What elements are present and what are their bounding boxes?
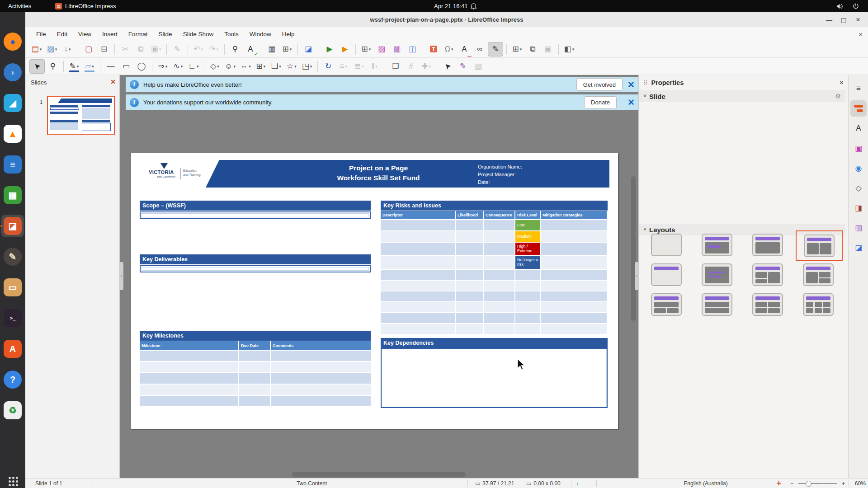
menu-window[interactable]: Window — [244, 31, 277, 38]
layout-option-title-4-content[interactable] — [745, 290, 790, 319]
notification-close-icon[interactable]: ✕ — [627, 97, 635, 108]
basic-shapes-button[interactable]: ◇▾ — [208, 60, 222, 73]
language-status[interactable]: English (Australia) — [636, 479, 776, 488]
layout-option-title-content-2content[interactable] — [796, 260, 841, 289]
sidebar-tab-slide-transition-icon[interactable]: ◨ — [850, 200, 867, 216]
sidebar-tab-menu-icon[interactable]: ≡ — [850, 80, 867, 97]
save-button[interactable]: ↓▾ — [60, 42, 75, 56]
delete-slide-button[interactable]: ▣ — [541, 42, 555, 56]
flowchart-button[interactable]: ⊞▾ — [254, 60, 268, 73]
volume-icon[interactable] — [836, 0, 843, 12]
find-and-replace-button[interactable]: ⚲ — [228, 42, 242, 56]
insert-hyperlink-button[interactable]: ∞ — [472, 42, 487, 56]
fill-color-button[interactable]: ▱▾ — [82, 60, 97, 73]
milestones-section-header[interactable]: Key Milestones — [140, 331, 371, 341]
gear-icon[interactable]: ⚙ — [835, 93, 841, 100]
insert-chart-button[interactable]: ◫ — [405, 42, 420, 56]
dependencies-text-box[interactable] — [381, 348, 608, 408]
maximize-button[interactable]: ▢ — [838, 14, 849, 25]
export-pdf-button[interactable]: ▢ — [81, 42, 96, 56]
insert-line-button[interactable]: — — [104, 60, 118, 73]
dependencies-section-header[interactable]: Key Dependencies — [381, 338, 608, 348]
zoom-slider-track[interactable] — [798, 483, 837, 484]
cut-button[interactable]: ✂ — [118, 42, 132, 56]
slide-section-bar[interactable]: ˅ Slide ⚙ — [639, 90, 845, 102]
insert-image-button[interactable]: ▨ — [374, 42, 389, 56]
layout-option-title-2content-content[interactable] — [745, 260, 790, 289]
sidebar-collapse-handle-right[interactable]: › — [635, 262, 638, 290]
fontwork-button[interactable]: A‿ — [457, 42, 472, 56]
dock-libreoffice-impress[interactable]: ◪ — [4, 217, 22, 235]
sidebar-tab-animation-icon[interactable]: ▥ — [850, 220, 867, 236]
menu-slide-show[interactable]: Slide Show — [178, 31, 219, 38]
rectangle-button[interactable]: ▭ — [119, 60, 133, 73]
dock-libreoffice-calc[interactable]: ▦ — [4, 186, 22, 204]
sidebar-tab-properties-icon[interactable] — [850, 100, 867, 117]
sidebar-tab-gallery-icon[interactable]: ▣ — [850, 140, 867, 156]
show-draw-functions-button[interactable]: ✎ — [488, 42, 503, 56]
horizontal-scrollbar[interactable] — [292, 472, 466, 477]
slides-panel-close-icon[interactable]: ✕ — [110, 78, 116, 85]
dock-help[interactable]: ? — [4, 371, 22, 389]
activities-button[interactable]: Activities — [8, 0, 31, 12]
copy-button[interactable]: ⧉ — [133, 42, 148, 56]
shadow-button[interactable]: ❒ — [388, 60, 403, 73]
ellipse-button[interactable]: ◯ — [134, 60, 149, 73]
duplicate-slide-button[interactable]: ⧉ — [525, 42, 540, 56]
insert-text-box-button[interactable]: T — [426, 42, 441, 56]
layout-option-title-only[interactable] — [644, 260, 689, 289]
clone-formatting-button[interactable]: ✎ — [170, 42, 184, 56]
stars-and-banners-button[interactable]: ☆▾ — [284, 60, 299, 73]
menu-edit[interactable]: Edit — [52, 31, 73, 38]
donate-button[interactable]: Donate — [584, 96, 617, 109]
select-button[interactable]: ➤ — [29, 59, 45, 74]
callout-shapes-button[interactable]: ❏▾ — [269, 60, 283, 73]
sidebar-tab-styles-icon[interactable]: A — [850, 120, 867, 136]
spelling-button[interactable]: A✓ — [243, 42, 258, 56]
lines-and-arrows-button[interactable]: ⇒▾ — [156, 60, 170, 73]
dock-vlc[interactable]: ▲ — [4, 125, 22, 143]
start-from-first-slide-button[interactable]: ▶ — [322, 42, 337, 56]
sidebar-tab-master-slides-icon[interactable]: ◪ — [850, 239, 867, 256]
focused-app-indicator[interactable]: ▤ LibreOffice Impress — [55, 0, 116, 12]
undo-button[interactable]: ↶▾ — [191, 42, 206, 56]
image-filter-button[interactable]: ✚▾ — [419, 60, 434, 73]
sidebar-collapse-handle-left[interactable]: ‹ — [120, 262, 123, 290]
scope-text-box[interactable] — [140, 211, 371, 219]
close-button[interactable]: × — [853, 14, 863, 25]
line-color-button[interactable]: ✎▾ — [67, 60, 81, 73]
slide-page[interactable]: VICTORIA State Government Education and … — [130, 153, 618, 429]
display-views-button[interactable]: ⊞▾ — [280, 42, 294, 56]
align-objects-button[interactable]: ≡▾ — [336, 60, 351, 73]
menu-view[interactable]: View — [73, 31, 97, 38]
symbol-shapes-button[interactable]: ☺▾ — [223, 60, 237, 73]
notification-close-icon[interactable]: ✕ — [627, 80, 635, 90]
deliverables-section-header[interactable]: Key Deliverables — [140, 254, 371, 264]
show-applications-button[interactable] — [9, 477, 18, 486]
block-arrows-button[interactable]: ⇔▾ — [238, 60, 253, 73]
dock-thunderbird[interactable]: ◗ — [4, 63, 22, 81]
document-close-icon[interactable]: × — [859, 27, 863, 41]
edit-canvas[interactable]: i Help us make LibreOffice even better! … — [120, 75, 638, 478]
scope-section-header[interactable]: Scope – (WSSF) — [140, 201, 371, 211]
3d-objects-button[interactable]: ◳▾ — [300, 60, 314, 73]
dock-files[interactable]: ▭ — [4, 278, 22, 296]
redo-button[interactable]: ↷▾ — [207, 42, 221, 56]
zoom-slider-thumb[interactable] — [806, 481, 811, 487]
insert-table-button[interactable]: ⊞▾ — [359, 42, 373, 56]
layout-option-title-content-over-2[interactable] — [644, 290, 689, 319]
crop-image-button[interactable]: # — [404, 60, 418, 73]
get-involved-button[interactable]: Get involved — [576, 78, 623, 91]
master-slide-button[interactable]: ◪ — [301, 42, 316, 56]
minimize-button[interactable]: — — [824, 14, 835, 25]
dock-firefox[interactable]: ● — [4, 33, 22, 51]
layout-option-title-6-content[interactable] — [796, 290, 841, 319]
dock-terminal[interactable]: >_ — [4, 309, 22, 327]
layout-option-title-content-big[interactable] — [745, 230, 790, 259]
dock-recycler[interactable]: ♻ — [4, 401, 22, 419]
sidebar-tab-shapes-icon[interactable]: ◇ — [850, 180, 867, 196]
special-character-button[interactable]: Ω▾ — [442, 42, 456, 56]
new-slide-button[interactable]: ⊞▾ — [510, 42, 524, 56]
paste-button[interactable]: ▣▾ — [149, 42, 163, 56]
dock-ubuntu-software[interactable]: A — [4, 340, 22, 358]
